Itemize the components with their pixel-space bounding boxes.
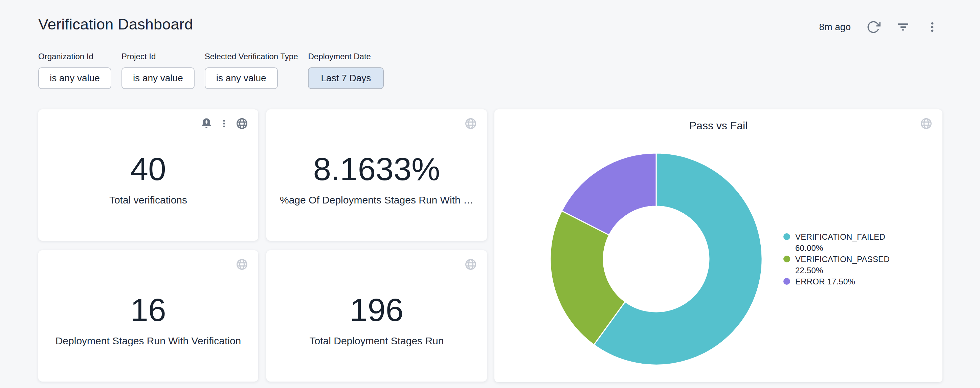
page-title: Verification Dashboard bbox=[38, 16, 193, 33]
explore-from-here-button[interactable] bbox=[920, 117, 933, 130]
pass-vs-fail-chart-card: Pass vs Fail VERIFICATION_FAILED 60.00% … bbox=[495, 109, 942, 382]
tile-menu-button[interactable] bbox=[219, 118, 229, 129]
explore-from-here-button[interactable] bbox=[464, 117, 477, 130]
chart-title: Pass vs Fail bbox=[495, 120, 942, 132]
filter-icon bbox=[896, 20, 910, 34]
explore-from-here-button[interactable] bbox=[235, 258, 249, 271]
tile-value: 196 bbox=[266, 292, 487, 329]
tile-total-verifications: 40 Total verifications bbox=[38, 109, 258, 241]
legend-label: VERIFICATION_FAILED 60.00% bbox=[795, 231, 902, 254]
filter-value-button-deployment-date[interactable]: Last 7 Days bbox=[308, 67, 384, 89]
last-refresh-text: 8m ago bbox=[819, 22, 851, 32]
legend-item-verification-passed[interactable]: VERIFICATION_PASSED 22.50% bbox=[783, 254, 902, 276]
kebab-menu-icon bbox=[926, 21, 939, 34]
legend-item-verification-failed[interactable]: VERIFICATION_FAILED 60.00% bbox=[783, 231, 902, 254]
filter-label: Selected Verification Type bbox=[205, 51, 298, 61]
filter-selected-verification-type: Selected Verification Type is any value bbox=[205, 51, 298, 89]
dashboard-more-options-button[interactable] bbox=[926, 21, 939, 34]
tile-total-deployment-stages-run: 196 Total Deployment Stages Run bbox=[266, 250, 487, 382]
tile-label: Total Deployment Stages Run bbox=[280, 335, 473, 347]
kebab-menu-icon bbox=[219, 118, 229, 129]
legend-swatch-verification-passed bbox=[783, 255, 790, 262]
legend-swatch-error bbox=[783, 278, 790, 285]
filter-label: Organization Id bbox=[38, 51, 111, 61]
filter-organization-id: Organization Id is any value bbox=[38, 51, 111, 89]
refresh-button[interactable] bbox=[866, 20, 880, 34]
chart-legend: VERIFICATION_FAILED 60.00% VERIFICATION_… bbox=[783, 231, 902, 287]
globe-icon bbox=[464, 117, 477, 130]
tile-value: 8.1633% bbox=[266, 151, 487, 188]
bell-plus-icon bbox=[200, 117, 213, 130]
tile-stages-run-with-verification: 16 Deployment Stages Run With Verificati… bbox=[38, 250, 258, 382]
legend-item-error[interactable]: ERROR 17.50% bbox=[783, 276, 902, 287]
legend-swatch-verification-failed bbox=[783, 233, 790, 240]
filter-value-button-project-id[interactable]: is any value bbox=[121, 67, 194, 89]
explore-from-here-button[interactable] bbox=[464, 258, 477, 271]
dashboard-filters-button[interactable] bbox=[896, 20, 910, 34]
filter-project-id: Project Id is any value bbox=[121, 51, 194, 89]
tile-label: Total verifications bbox=[52, 194, 245, 206]
tile-value: 16 bbox=[38, 292, 258, 329]
tile-pct-stages-with-verification: 8.1633% %age Of Deployments Stages Run W… bbox=[266, 109, 487, 241]
tile-label: Deployment Stages Run With Verification bbox=[52, 335, 245, 347]
refresh-icon bbox=[866, 20, 880, 34]
explore-from-here-button[interactable] bbox=[235, 117, 249, 130]
filter-value-button-organization-id[interactable]: is any value bbox=[38, 67, 111, 89]
globe-icon bbox=[920, 117, 933, 130]
filter-deployment-date: Deployment Date Last 7 Days bbox=[308, 51, 384, 89]
dashboard-screen: Verification Dashboard 8m ago bbox=[0, 0, 980, 388]
globe-icon bbox=[235, 117, 249, 130]
globe-icon bbox=[235, 258, 249, 271]
legend-label: ERROR 17.50% bbox=[795, 276, 855, 287]
header-actions: 8m ago bbox=[819, 19, 939, 35]
alert-bell-button[interactable] bbox=[200, 117, 213, 130]
filter-label: Project Id bbox=[121, 51, 194, 61]
globe-icon bbox=[464, 258, 477, 271]
tile-label: %age Of Deployments Stages Run With V… bbox=[280, 194, 473, 206]
filter-label: Deployment Date bbox=[308, 51, 384, 61]
donut-chart bbox=[548, 151, 764, 367]
tile-value: 40 bbox=[38, 151, 258, 188]
legend-label: VERIFICATION_PASSED 22.50% bbox=[795, 254, 902, 276]
filter-value-button-selected-verification-type[interactable]: is any value bbox=[205, 67, 278, 89]
filter-bar: Organization Id is any value Project Id … bbox=[38, 51, 384, 89]
